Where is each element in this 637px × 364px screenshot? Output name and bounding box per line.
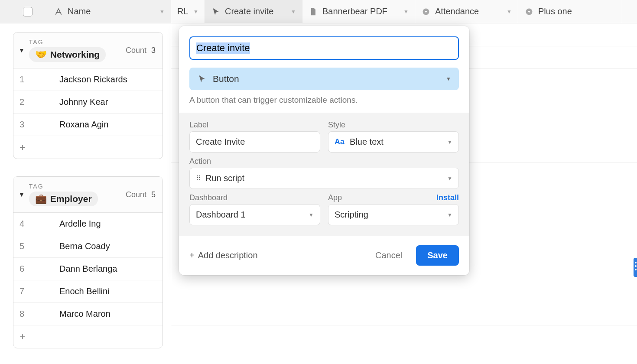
field-type-label: Button [213, 74, 239, 84]
script-icon: ⠿ [196, 174, 200, 182]
row-name: Johnny Kear [42, 97, 156, 107]
row-number: 6 [20, 264, 31, 274]
table-row[interactable]: 5 Berna Coady [13, 235, 162, 258]
text-style-icon: Aa [335, 137, 344, 146]
select-all-checkbox-cell[interactable] [6, 7, 49, 16]
plus-icon: + [20, 141, 26, 153]
column-rl-label: RL [177, 6, 188, 16]
row-number: 3 [20, 120, 31, 130]
group-card-networking: ▼ TAG 🤝 Networking Count 3 1 Jackson Ric… [13, 32, 163, 159]
label-section-title: Label [189, 120, 320, 130]
row-name: Berna Coady [42, 241, 156, 251]
row-number: 2 [20, 97, 31, 107]
field-name-input[interactable] [189, 36, 459, 60]
table-row[interactable]: 1 Jackson Rickards [13, 68, 162, 91]
chevron-down-icon: ▼ [447, 176, 452, 182]
row-name: Marco Maron [42, 309, 156, 319]
row-number: 7 [20, 286, 31, 296]
group-count: Count 5 [126, 190, 156, 199]
table-row[interactable]: 4 Ardelle Ing [13, 213, 162, 235]
chevron-down-icon: ▼ [159, 9, 165, 15]
save-button[interactable]: Save [416, 245, 459, 266]
install-link[interactable]: Install [436, 193, 459, 202]
column-attendance-label: Attendance [435, 6, 479, 16]
chevron-down-icon: ▼ [291, 9, 296, 15]
edge-drag-dots-icon [635, 262, 637, 270]
row-name: Roxana Agin [42, 120, 156, 130]
handshake-emoji-icon: 🤝 [35, 49, 47, 60]
row-number: 4 [20, 219, 31, 229]
cursor-icon [211, 7, 221, 16]
dashboard-select[interactable]: Dashboard 1 ▼ [189, 204, 320, 225]
select-all-checkbox[interactable] [23, 7, 32, 16]
group-pill: 🤝 Networking [29, 47, 106, 62]
cancel-button[interactable]: Cancel [367, 246, 410, 265]
group-pill: 💼 Employer [29, 192, 98, 206]
group-header[interactable]: ▼ TAG 💼 Employer Count 5 [13, 177, 162, 213]
field-config-popup: Button ▼ A button that can trigger custo… [179, 26, 469, 275]
column-header-attendance[interactable]: Attendance ▼ [415, 0, 518, 23]
row-number: 1 [20, 75, 31, 84]
field-type-description: A button that can trigger customizable a… [189, 95, 459, 105]
chevron-down-icon: ▼ [309, 212, 314, 218]
table-row[interactable]: 8 Marco Maron [13, 303, 162, 325]
chevron-down-icon: ▼ [193, 9, 198, 15]
field-type-select[interactable]: Button ▼ [189, 68, 459, 90]
table-row[interactable]: 2 Johnny Kear [13, 91, 162, 114]
column-name-label: Name [68, 6, 91, 16]
collapse-toggle-icon[interactable]: ▼ [19, 47, 25, 54]
group-title: Employer [50, 194, 92, 204]
row-name: Jackson Rickards [42, 75, 156, 84]
single-select-icon [421, 7, 431, 16]
chevron-down-icon: ▼ [447, 139, 452, 145]
tag-label: TAG [29, 39, 106, 46]
dashboard-section-title: Dashboard [189, 193, 320, 202]
add-description-button[interactable]: + Add description [189, 250, 258, 260]
column-header-row: Name ▼ RL ▼ Create invite ▼ Bannerbear P… [0, 0, 637, 23]
column-bannerbear-label: Bannerbear PDF [322, 6, 387, 16]
text-field-icon [54, 7, 63, 16]
add-row[interactable]: + [13, 325, 162, 348]
chevron-down-icon: ▼ [446, 76, 451, 82]
tag-label: TAG [29, 183, 98, 190]
row-name: Enoch Bellini [42, 286, 156, 296]
collapse-toggle-icon[interactable]: ▼ [19, 191, 25, 198]
row-name: Ardelle Ing [42, 219, 156, 229]
add-row[interactable]: + [13, 136, 162, 159]
app-section-title: App [328, 193, 342, 202]
chevron-down-icon: ▼ [447, 212, 452, 218]
button-label-input[interactable]: Create Invite [189, 131, 320, 153]
chevron-down-icon: ▼ [403, 9, 409, 15]
column-header-create-invite[interactable]: Create invite ▼ [205, 0, 302, 23]
briefcase-emoji-icon: 💼 [35, 193, 47, 205]
file-icon [309, 7, 318, 16]
action-section-title: Action [189, 157, 459, 166]
group-card-employer: ▼ TAG 💼 Employer Count 5 4 Ardelle Ing [13, 176, 163, 348]
row-number: 5 [20, 241, 31, 251]
column-header-name[interactable]: Name ▼ [0, 0, 171, 23]
single-select-icon [524, 7, 534, 16]
plus-icon: + [189, 250, 195, 260]
action-select[interactable]: ⠿ Run script ▼ [189, 168, 459, 189]
button-style-select[interactable]: Aa Blue text ▼ [328, 131, 459, 153]
group-header[interactable]: ▼ TAG 🤝 Networking Count 3 [13, 32, 162, 68]
column-header-rl[interactable]: RL ▼ [171, 0, 205, 23]
row-name: Dann Berlanga [42, 264, 156, 274]
column-create-invite-label: Create invite [225, 6, 273, 16]
table-row[interactable]: 7 Enoch Bellini [13, 280, 162, 303]
group-count: Count 3 [126, 46, 156, 55]
plus-icon: + [20, 331, 26, 343]
records-column: ▼ TAG 🤝 Networking Count 3 1 Jackson Ric… [0, 23, 171, 364]
column-plus-one-label: Plus one [538, 6, 572, 16]
table-row[interactable]: 6 Dann Berlanga [13, 258, 162, 280]
column-header-bannerbear[interactable]: Bannerbear PDF ▼ [302, 0, 415, 23]
chevron-down-icon: ▼ [507, 9, 512, 15]
cursor-icon [197, 74, 207, 84]
row-number: 8 [20, 309, 31, 319]
group-title: Networking [50, 49, 100, 60]
style-section-title: Style [328, 120, 459, 130]
column-header-plus-one[interactable]: Plus one [518, 0, 622, 23]
app-select[interactable]: Scripting ▼ [328, 204, 459, 225]
table-row[interactable]: 3 Roxana Agin [13, 114, 162, 136]
